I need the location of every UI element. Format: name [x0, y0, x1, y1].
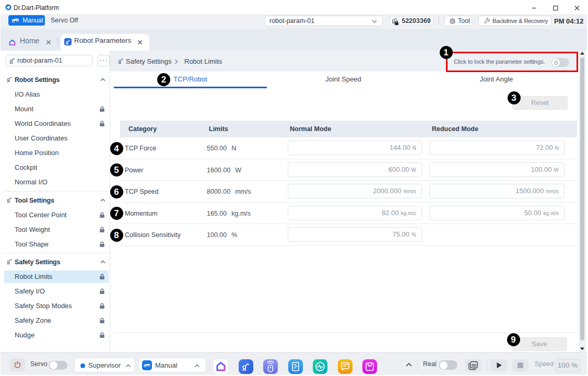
svg-text:3D: 3D: [472, 363, 476, 367]
